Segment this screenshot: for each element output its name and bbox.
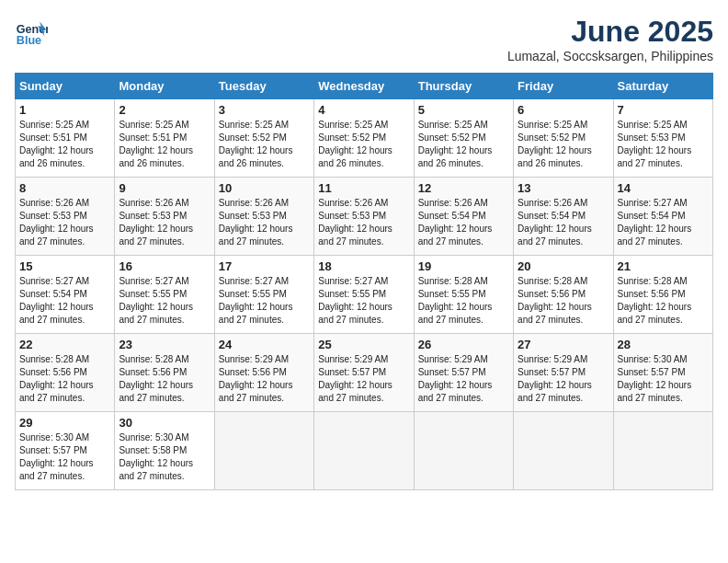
day-info: Sunrise: 5:30 AMSunset: 5:58 PMDaylight:… — [119, 431, 210, 483]
day-number: 4 — [318, 103, 409, 117]
calendar-cell — [613, 412, 712, 490]
day-info: Sunrise: 5:27 AMSunset: 5:55 PMDaylight:… — [219, 275, 310, 327]
calendar-cell: 29Sunrise: 5:30 AMSunset: 5:57 PMDayligh… — [16, 412, 115, 490]
calendar-cell: 8Sunrise: 5:26 AMSunset: 5:53 PMDaylight… — [16, 178, 115, 256]
day-info: Sunrise: 5:27 AMSunset: 5:55 PMDaylight:… — [318, 275, 409, 327]
calendar-cell: 17Sunrise: 5:27 AMSunset: 5:55 PMDayligh… — [214, 256, 313, 334]
calendar-cell: 6Sunrise: 5:25 AMSunset: 5:52 PMDaylight… — [514, 99, 613, 178]
day-number: 9 — [119, 181, 210, 195]
calendar-cell: 21Sunrise: 5:28 AMSunset: 5:56 PMDayligh… — [613, 256, 712, 334]
calendar-cell: 5Sunrise: 5:25 AMSunset: 5:52 PMDaylight… — [414, 99, 513, 178]
day-info: Sunrise: 5:26 AMSunset: 5:54 PMDaylight:… — [418, 197, 509, 248]
calendar-week-4: 22Sunrise: 5:28 AMSunset: 5:56 PMDayligh… — [16, 334, 713, 412]
day-number: 1 — [19, 103, 110, 117]
day-number: 22 — [19, 338, 110, 351]
day-number: 2 — [119, 103, 210, 117]
calendar-cell: 9Sunrise: 5:26 AMSunset: 5:53 PMDaylight… — [115, 178, 214, 256]
calendar-table: Sunday Monday Tuesday Wednesday Thursday… — [15, 73, 713, 490]
header-row: Sunday Monday Tuesday Wednesday Thursday… — [16, 74, 713, 99]
calendar-cell: 20Sunrise: 5:28 AMSunset: 5:56 PMDayligh… — [514, 256, 613, 334]
day-info: Sunrise: 5:29 AMSunset: 5:57 PMDaylight:… — [518, 353, 609, 405]
day-info: Sunrise: 5:25 AMSunset: 5:52 PMDaylight:… — [518, 119, 609, 170]
day-number: 5 — [418, 103, 509, 117]
col-friday: Friday — [514, 74, 613, 99]
day-number: 19 — [418, 259, 509, 273]
day-info: Sunrise: 5:26 AMSunset: 5:53 PMDaylight:… — [318, 197, 409, 248]
calendar-cell: 15Sunrise: 5:27 AMSunset: 5:54 PMDayligh… — [16, 256, 115, 334]
day-info: Sunrise: 5:28 AMSunset: 5:56 PMDaylight:… — [518, 275, 609, 327]
svg-text:Blue: Blue — [17, 34, 41, 47]
day-info: Sunrise: 5:30 AMSunset: 5:57 PMDaylight:… — [618, 353, 709, 405]
calendar-cell: 16Sunrise: 5:27 AMSunset: 5:55 PMDayligh… — [115, 256, 214, 334]
day-info: Sunrise: 5:25 AMSunset: 5:51 PMDaylight:… — [19, 119, 110, 170]
calendar-cell: 12Sunrise: 5:26 AMSunset: 5:54 PMDayligh… — [414, 178, 513, 256]
day-number: 14 — [618, 181, 709, 195]
day-info: Sunrise: 5:25 AMSunset: 5:52 PMDaylight:… — [219, 119, 310, 170]
calendar-cell: 13Sunrise: 5:26 AMSunset: 5:54 PMDayligh… — [514, 178, 613, 256]
day-number: 16 — [119, 259, 210, 273]
day-number: 8 — [19, 181, 110, 195]
day-number: 30 — [119, 416, 210, 430]
day-number: 21 — [618, 259, 709, 273]
day-number: 13 — [518, 181, 609, 195]
col-sunday: Sunday — [16, 74, 115, 99]
day-number: 25 — [318, 338, 409, 351]
calendar-cell: 26Sunrise: 5:29 AMSunset: 5:57 PMDayligh… — [414, 334, 513, 412]
day-info: Sunrise: 5:27 AMSunset: 5:55 PMDaylight:… — [119, 275, 210, 327]
calendar-cell: 14Sunrise: 5:27 AMSunset: 5:54 PMDayligh… — [613, 178, 712, 256]
calendar-cell: 23Sunrise: 5:28 AMSunset: 5:56 PMDayligh… — [115, 334, 214, 412]
logo: General Blue — [15, 15, 48, 48]
day-number: 29 — [19, 416, 110, 430]
day-number: 23 — [119, 338, 210, 351]
col-monday: Monday — [115, 74, 214, 99]
calendar-cell: 2Sunrise: 5:25 AMSunset: 5:51 PMDaylight… — [115, 99, 214, 178]
day-number: 17 — [219, 259, 310, 273]
day-info: Sunrise: 5:25 AMSunset: 5:52 PMDaylight:… — [418, 119, 509, 170]
day-info: Sunrise: 5:25 AMSunset: 5:53 PMDaylight:… — [618, 119, 709, 170]
calendar-cell: 24Sunrise: 5:29 AMSunset: 5:56 PMDayligh… — [214, 334, 313, 412]
calendar-cell: 27Sunrise: 5:29 AMSunset: 5:57 PMDayligh… — [514, 334, 613, 412]
day-number: 11 — [318, 181, 409, 195]
day-number: 20 — [518, 259, 609, 273]
calendar-cell: 3Sunrise: 5:25 AMSunset: 5:52 PMDaylight… — [214, 99, 313, 178]
day-info: Sunrise: 5:29 AMSunset: 5:57 PMDaylight:… — [418, 353, 509, 405]
calendar-week-1: 1Sunrise: 5:25 AMSunset: 5:51 PMDaylight… — [16, 99, 713, 178]
calendar-cell: 25Sunrise: 5:29 AMSunset: 5:57 PMDayligh… — [314, 334, 414, 412]
calendar-week-3: 15Sunrise: 5:27 AMSunset: 5:54 PMDayligh… — [16, 256, 713, 334]
calendar-cell: 28Sunrise: 5:30 AMSunset: 5:57 PMDayligh… — [613, 334, 712, 412]
day-number: 15 — [19, 259, 110, 273]
calendar-week-2: 8Sunrise: 5:26 AMSunset: 5:53 PMDaylight… — [16, 178, 713, 256]
col-saturday: Saturday — [613, 74, 712, 99]
day-number: 28 — [618, 338, 709, 351]
day-number: 26 — [418, 338, 509, 351]
calendar-cell: 22Sunrise: 5:28 AMSunset: 5:56 PMDayligh… — [16, 334, 115, 412]
day-number: 18 — [318, 259, 409, 273]
day-info: Sunrise: 5:26 AMSunset: 5:53 PMDaylight:… — [219, 197, 310, 248]
day-info: Sunrise: 5:28 AMSunset: 5:55 PMDaylight:… — [418, 275, 509, 327]
calendar-cell: 7Sunrise: 5:25 AMSunset: 5:53 PMDaylight… — [613, 99, 712, 178]
calendar-cell: 30Sunrise: 5:30 AMSunset: 5:58 PMDayligh… — [115, 412, 214, 490]
calendar-cell — [414, 412, 513, 490]
day-info: Sunrise: 5:26 AMSunset: 5:53 PMDaylight:… — [119, 197, 210, 248]
col-tuesday: Tuesday — [214, 74, 313, 99]
day-info: Sunrise: 5:27 AMSunset: 5:54 PMDaylight:… — [19, 275, 110, 327]
title-block: June 2025 Lumazal, Soccsksargen, Philipp… — [507, 15, 713, 63]
logo-icon: General Blue — [15, 15, 48, 48]
calendar-cell: 19Sunrise: 5:28 AMSunset: 5:55 PMDayligh… — [414, 256, 513, 334]
day-info: Sunrise: 5:28 AMSunset: 5:56 PMDaylight:… — [19, 353, 110, 405]
calendar-cell — [314, 412, 414, 490]
col-wednesday: Wednesday — [314, 74, 414, 99]
day-info: Sunrise: 5:28 AMSunset: 5:56 PMDaylight:… — [119, 353, 210, 405]
day-number: 10 — [219, 181, 310, 195]
calendar-week-5: 29Sunrise: 5:30 AMSunset: 5:57 PMDayligh… — [16, 412, 713, 490]
calendar-cell: 1Sunrise: 5:25 AMSunset: 5:51 PMDaylight… — [16, 99, 115, 178]
day-info: Sunrise: 5:30 AMSunset: 5:57 PMDaylight:… — [19, 431, 110, 483]
day-number: 7 — [618, 103, 709, 117]
day-info: Sunrise: 5:25 AMSunset: 5:51 PMDaylight:… — [119, 119, 210, 170]
day-info: Sunrise: 5:25 AMSunset: 5:52 PMDaylight:… — [318, 119, 409, 170]
calendar-cell: 4Sunrise: 5:25 AMSunset: 5:52 PMDaylight… — [314, 99, 414, 178]
day-info: Sunrise: 5:26 AMSunset: 5:54 PMDaylight:… — [518, 197, 609, 248]
day-info: Sunrise: 5:29 AMSunset: 5:57 PMDaylight:… — [318, 353, 409, 405]
day-info: Sunrise: 5:28 AMSunset: 5:56 PMDaylight:… — [618, 275, 709, 327]
calendar-cell: 18Sunrise: 5:27 AMSunset: 5:55 PMDayligh… — [314, 256, 414, 334]
